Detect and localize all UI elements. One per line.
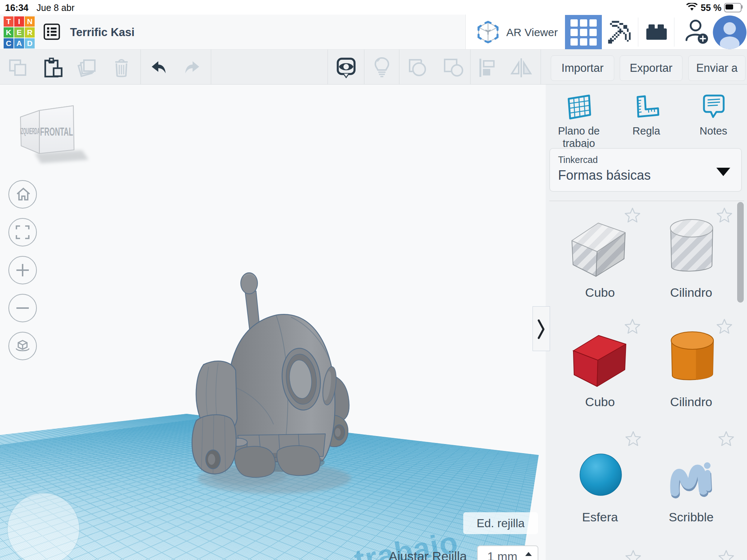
svg-text:FRONTAL: FRONTAL bbox=[40, 125, 73, 138]
svg-text:IZQUIERDA: IZQUIERDA bbox=[20, 126, 40, 136]
